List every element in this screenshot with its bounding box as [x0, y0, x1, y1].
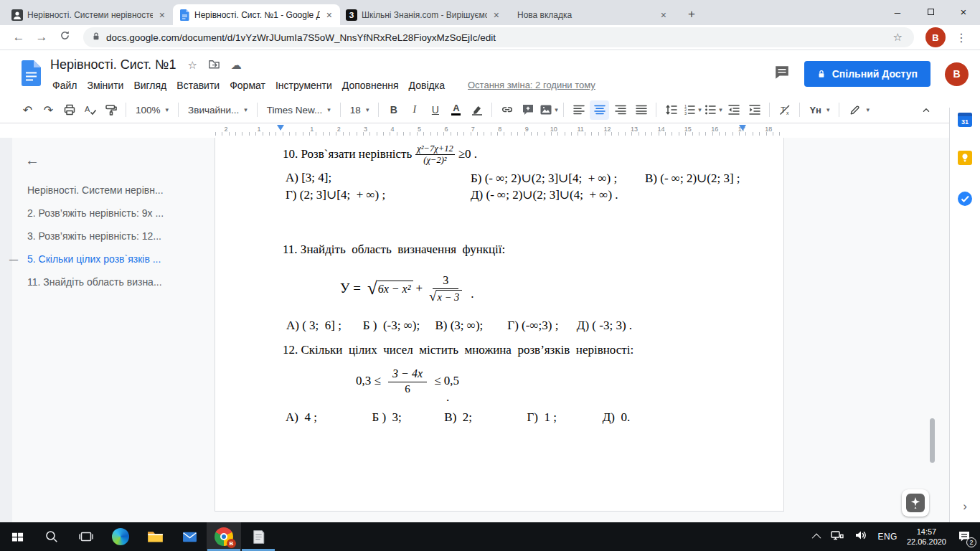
bulleted-list-button[interactable]: ▾ — [703, 100, 722, 120]
align-right-button[interactable] — [611, 100, 630, 120]
add-comment-button[interactable] — [518, 100, 537, 120]
undo-button[interactable]: ↶ — [18, 100, 37, 120]
edge-taskbar-icon[interactable] — [103, 522, 138, 551]
task-view-button[interactable] — [69, 522, 103, 551]
browser-menu-icon[interactable]: ⋮ — [950, 31, 973, 44]
insert-link-button[interactable] — [497, 100, 517, 120]
volume-icon[interactable] — [854, 528, 868, 545]
google-tasks-icon[interactable] — [958, 192, 972, 209]
menu-item[interactable]: Доповнення — [337, 77, 404, 93]
comments-icon[interactable] — [774, 65, 790, 83]
docs-profile-avatar[interactable]: B — [945, 62, 969, 86]
numbered-list-button[interactable]: 123 ▾ — [682, 100, 702, 120]
start-button[interactable] — [0, 522, 34, 551]
network-icon[interactable] — [830, 528, 844, 545]
input-tools-button[interactable]: Yн ▾ — [804, 100, 834, 119]
reload-button[interactable] — [53, 29, 76, 45]
menu-item[interactable]: Формат — [225, 77, 270, 93]
document-ruler[interactable]: 21 123456789101112131415161718 — [0, 123, 980, 138]
browser-profile-avatar[interactable]: B — [925, 27, 946, 47]
language-indicator[interactable]: ENG — [877, 532, 897, 542]
increase-indent-button[interactable] — [745, 100, 764, 120]
window-close-button[interactable]: × — [947, 0, 980, 24]
share-button[interactable]: Спільний Доступ — [804, 61, 930, 87]
chrome-taskbar-icon[interactable]: B — [207, 522, 241, 551]
outline-item[interactable]: 11. Знайдіть область визна... — [12, 270, 214, 293]
document-status-cloud-icon[interactable]: ☁ — [231, 59, 242, 72]
print-button[interactable] — [60, 100, 79, 120]
bold-button[interactable]: B — [384, 100, 403, 120]
new-tab-button[interactable]: + — [682, 4, 702, 24]
tray-overflow-chevron-icon[interactable] — [812, 533, 821, 542]
forward-button[interactable]: → — [30, 30, 53, 44]
outline-item[interactable]: 2. Розв’яжіть нерівність: 9x ... — [12, 202, 214, 225]
close-outline-arrow-icon[interactable]: ← — [25, 152, 39, 169]
decrease-indent-button[interactable] — [724, 100, 743, 120]
align-justify-button[interactable] — [631, 100, 651, 120]
document-outline-panel: ← — Нерівності. Системи нерівн...2. Розв… — [12, 138, 214, 522]
menu-item[interactable]: Файл — [47, 77, 82, 93]
tab-close-icon[interactable]: × — [324, 9, 334, 21]
browser-tab-3[interactable]: З Шкільні Знанія.com - Вирішуємо × — [340, 4, 507, 25]
google-keep-icon[interactable] — [958, 151, 972, 168]
menu-item[interactable]: Вставити — [171, 77, 225, 93]
tab-close-icon[interactable]: × — [659, 9, 669, 21]
document-page[interactable]: 10. Розв`язати нерівність χ²−7χ+12 (χ−2)… — [215, 138, 784, 512]
collapse-toolbar-button[interactable] — [916, 100, 936, 120]
indent-marker-left[interactable] — [277, 125, 284, 131]
tab-title: Нерівності. Сист. №1 - Google Д — [194, 10, 320, 20]
font-family-select[interactable]: Times New... ▾ — [262, 100, 336, 119]
outline-item[interactable]: 3. Розв’яжіть нерівність: 12... — [12, 225, 214, 248]
menu-item[interactable]: Довідка — [404, 77, 450, 93]
bookmark-star-icon[interactable]: ☆ — [890, 31, 905, 44]
taskbar-clock[interactable]: 14:57 22.06.2020 — [907, 527, 946, 547]
align-center-button[interactable] — [590, 100, 609, 120]
redo-button[interactable]: ↷ — [39, 100, 58, 120]
align-left-button[interactable] — [569, 100, 588, 120]
taskbar-search-button[interactable] — [34, 522, 69, 551]
browser-tab-2-active[interactable]: Нерівності. Сист. №1 - Google Д × — [173, 4, 340, 25]
browser-tab-4[interactable]: Нова вкладка × — [507, 4, 674, 25]
editing-mode-button[interactable]: ▾ — [844, 100, 875, 119]
highlight-color-button[interactable] — [467, 100, 486, 120]
paragraph-style-select[interactable]: Звичайни... ▾ — [183, 100, 253, 119]
move-to-folder-icon[interactable] — [208, 58, 220, 72]
url-omnibox[interactable]: docs.google.com/document/d/1vYzWrJUumIa7… — [83, 27, 914, 47]
document-title[interactable]: Нерівності. Сист. №1 — [50, 57, 176, 72]
explore-button[interactable] — [902, 489, 929, 517]
indent-marker-right[interactable] — [739, 125, 746, 131]
menu-item[interactable]: Вигляд — [128, 77, 171, 93]
google-docs-logo-icon[interactable] — [22, 60, 41, 89]
chevron-down-icon: ▾ — [698, 106, 702, 113]
line-spacing-button[interactable] — [661, 100, 681, 120]
outline-item[interactable]: Нерівності. Системи нерівн... — [12, 179, 214, 202]
outline-item[interactable]: 5. Скільки цілих розв`язків ... — [12, 248, 214, 270]
window-minimize-button[interactable]: – — [881, 0, 914, 24]
mail-taskbar-icon[interactable] — [172, 522, 207, 551]
hide-side-panel-chevron[interactable]: › — [950, 499, 980, 514]
tab-close-icon[interactable]: × — [491, 9, 501, 21]
window-restore-button[interactable] — [914, 0, 947, 24]
paint-format-button[interactable] — [101, 100, 121, 120]
google-calendar-icon[interactable]: 31 — [958, 113, 972, 127]
menu-item[interactable]: Змінити — [82, 77, 128, 93]
underline-button[interactable]: U — [425, 100, 445, 120]
browser-tab-1[interactable]: Нерівності. Системи нерівносте × — [6, 4, 173, 25]
ruler-number: 8 — [486, 126, 513, 133]
zoom-select[interactable]: 100% ▾ — [131, 100, 174, 119]
vertical-scrollbar-thumb[interactable] — [930, 418, 935, 463]
tab-close-icon[interactable]: × — [157, 9, 167, 21]
star-document-icon[interactable]: ☆ — [187, 59, 197, 72]
clear-formatting-button[interactable]: Tx — [775, 100, 794, 120]
menu-item[interactable]: Інструменти — [270, 77, 337, 93]
italic-button[interactable]: I — [405, 100, 424, 120]
action-center-button[interactable]: 2 — [956, 528, 973, 545]
notebook-app-taskbar-icon[interactable] — [241, 522, 275, 551]
last-edit-link[interactable]: Остання зміна: 2 години тому — [468, 80, 595, 90]
file-explorer-taskbar-icon[interactable] — [138, 522, 172, 551]
font-size-select[interactable]: 18 ▾ — [345, 100, 374, 119]
text-color-button[interactable]: A — [446, 100, 466, 120]
insert-image-button[interactable]: ▾ — [539, 100, 558, 120]
back-button[interactable]: ← — [7, 30, 30, 44]
spellcheck-button[interactable]: A — [80, 100, 100, 120]
